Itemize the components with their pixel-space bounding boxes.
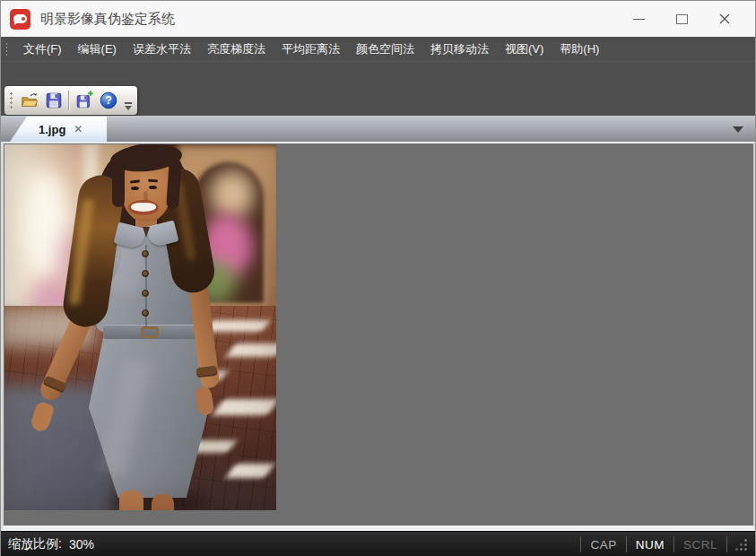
toolbar-overflow-button[interactable] xyxy=(122,86,135,115)
close-icon xyxy=(718,13,731,25)
toolbar-grip-handle[interactable] xyxy=(9,91,13,110)
toolbar-overflow-bar xyxy=(125,102,132,104)
open-file-button[interactable] xyxy=(17,89,41,113)
toolbar-dock: ? xyxy=(1,61,755,116)
photo-vignette xyxy=(4,144,276,510)
toolbar-separator xyxy=(68,91,69,110)
maximize-icon xyxy=(676,14,688,24)
menubar-grip-handle[interactable] xyxy=(5,42,8,56)
menu-item-luminance-gradient[interactable]: 亮度梯度法 xyxy=(199,37,274,61)
tab-list-dropdown-icon[interactable] xyxy=(733,126,743,133)
app-window: 明景影像真伪鉴定系统 文件(F) 编辑(E) 误差水平法 亮度梯度法 平均距离法… xyxy=(0,0,756,556)
resize-grip-handle[interactable] xyxy=(734,538,748,552)
document-canvas xyxy=(1,142,755,531)
menu-item-error-level-analysis[interactable]: 误差水平法 xyxy=(125,37,199,61)
document-tabstrip: 1.jpg ✕ xyxy=(1,116,755,142)
floppy-disk-icon xyxy=(44,91,64,110)
menu-item-average-distance[interactable]: 平均距离法 xyxy=(274,37,348,61)
statusbar-separator xyxy=(726,536,727,552)
titlebar: 明景影像真伪鉴定系统 xyxy=(1,1,755,37)
tab-label: 1.jpg xyxy=(39,123,65,136)
menu-item-help[interactable]: 帮助(H) xyxy=(552,37,607,61)
app-logo-icon xyxy=(10,9,30,30)
statusbar: 缩放比例: 30% CAP NUM SCRL xyxy=(1,531,755,556)
close-button[interactable] xyxy=(703,1,746,37)
help-button[interactable]: ? xyxy=(96,89,120,113)
caps-lock-indicator: CAP xyxy=(581,538,625,552)
scroll-lock-indicator: SCRL xyxy=(674,538,726,552)
help-question-icon: ? xyxy=(99,91,118,110)
menu-item-color-space[interactable]: 颜色空间法 xyxy=(348,37,422,61)
menu-item-view[interactable]: 视图(V) xyxy=(497,37,552,61)
menubar: 文件(F) 编辑(E) 误差水平法 亮度梯度法 平均距离法 颜色空间法 拷贝移动… xyxy=(1,37,755,61)
toolbar: ? xyxy=(4,86,137,115)
window-title: 明景影像真伪鉴定系统 xyxy=(40,11,175,28)
menu-item-file[interactable]: 文件(F) xyxy=(15,37,70,61)
floppy-disk-plus-icon xyxy=(74,91,94,110)
tab-close-icon[interactable]: ✕ xyxy=(74,124,83,135)
logo-bubble-dot xyxy=(22,17,25,21)
menu-item-copy-move[interactable]: 拷贝移动法 xyxy=(422,37,497,61)
document-image[interactable] xyxy=(4,144,276,510)
toolbar-overflow-arrow-icon xyxy=(125,106,132,110)
svg-text:?: ? xyxy=(105,94,112,107)
zoom-ratio-value: 30% xyxy=(69,537,94,552)
folder-open-icon xyxy=(20,91,39,110)
zoom-ratio-label: 缩放比例: xyxy=(8,536,62,552)
num-lock-indicator: NUM xyxy=(627,538,673,552)
save-as-button[interactable] xyxy=(72,89,96,113)
minimize-button[interactable] xyxy=(617,1,660,37)
save-button[interactable] xyxy=(41,89,65,113)
maximize-button[interactable] xyxy=(660,1,703,37)
tab-document-1jpg[interactable]: 1.jpg ✕ xyxy=(10,117,107,142)
menu-item-edit[interactable]: 编辑(E) xyxy=(70,37,125,61)
logo-bubble-tail xyxy=(14,22,19,25)
minimize-icon xyxy=(633,19,645,20)
